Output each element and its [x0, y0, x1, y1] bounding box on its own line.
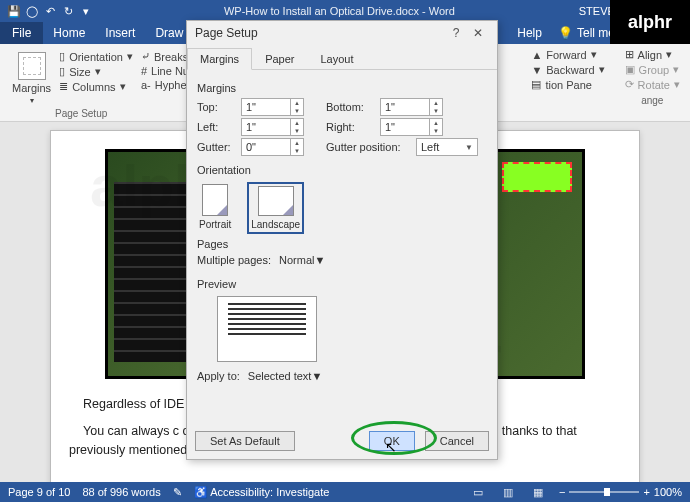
status-accessibility[interactable]: ♿ Accessibility: Investigate	[194, 486, 330, 499]
redo-icon[interactable]: ↻	[62, 5, 74, 17]
group-label-page-setup: Page Setup	[55, 108, 107, 119]
section-margins: Margins	[197, 82, 487, 94]
label-left: Left:	[197, 121, 237, 133]
title-bar: 💾 ◯ ↶ ↻ ▾ WP-How to Install an Optical D…	[0, 0, 690, 22]
send-backward-button[interactable]: ▼ Backward ▾	[531, 63, 604, 76]
columns-button[interactable]: ≣ Columns ▾	[59, 80, 133, 93]
dialog-close-icon[interactable]: ✕	[467, 26, 489, 40]
status-word-count[interactable]: 88 of 996 words	[82, 486, 160, 498]
selection-pane-button[interactable]: ▤ tion Pane	[531, 78, 604, 91]
select-apply-to[interactable]: Selected text▼	[248, 370, 344, 382]
set-as-default-button[interactable]: Set As Default	[195, 431, 295, 451]
group-label-arrange: ange	[625, 95, 680, 106]
preview-thumbnail	[217, 296, 317, 362]
label-apply-to: Apply to:	[197, 370, 240, 382]
orientation-button[interactable]: ▯ Orientation ▾	[59, 50, 133, 63]
tab-home[interactable]: Home	[43, 22, 95, 44]
view-read-icon[interactable]: ▭	[469, 486, 487, 499]
view-web-icon[interactable]: ▦	[529, 486, 547, 499]
input-left[interactable]: 1"▲▼	[241, 118, 304, 136]
tab-file[interactable]: File	[0, 22, 43, 44]
margins-button[interactable]: Margins ▾	[8, 48, 55, 109]
dialog-tab-layout[interactable]: Layout	[307, 48, 366, 70]
tab-insert[interactable]: Insert	[95, 22, 145, 44]
zoom-out-icon[interactable]: −	[559, 486, 565, 498]
zoom-value[interactable]: 100%	[654, 486, 682, 498]
zoom-slider[interactable]	[569, 491, 639, 493]
bring-forward-button[interactable]: ▲ Forward ▾	[531, 48, 604, 61]
status-spellcheck-icon[interactable]: ✎	[173, 486, 182, 499]
align-button[interactable]: ⊞ Align ▾	[625, 48, 680, 61]
margins-icon	[18, 52, 46, 80]
group-button[interactable]: ▣ Group ▾	[625, 63, 680, 76]
size-button[interactable]: ▯ Size ▾	[59, 65, 133, 78]
select-multiple-pages[interactable]: Normal▼	[279, 254, 379, 266]
input-gutter[interactable]: 0"▲▼	[241, 138, 304, 156]
label-top: Top:	[197, 101, 237, 113]
save-icon[interactable]: 💾	[8, 5, 20, 17]
document-title: WP-How to Install an Optical Drive.docx …	[100, 5, 579, 17]
label-bottom: Bottom:	[326, 101, 376, 113]
input-top[interactable]: 1"▲▼	[241, 98, 304, 116]
tab-help[interactable]: Help	[509, 26, 550, 40]
select-gutter-position[interactable]: Left▼	[416, 138, 478, 156]
cancel-button[interactable]: Cancel	[425, 431, 489, 451]
dialog-tab-margins[interactable]: Margins	[187, 48, 252, 70]
qat-dropdown-icon[interactable]: ▾	[80, 5, 92, 17]
section-orientation: Orientation	[197, 164, 487, 176]
label-multiple-pages: Multiple pages:	[197, 254, 271, 266]
orientation-landscape[interactable]: Landscape	[247, 182, 304, 234]
dialog-title: Page Setup	[195, 26, 258, 40]
autosave-toggle[interactable]: ◯	[26, 5, 38, 17]
zoom-in-icon[interactable]: +	[643, 486, 649, 498]
view-print-icon[interactable]: ▥	[499, 486, 517, 499]
brand-badge: alphr	[610, 0, 690, 44]
orientation-portrait[interactable]: Portrait	[197, 182, 233, 234]
page-setup-dialog: Page Setup ? ✕ Margins Paper Layout Marg…	[186, 20, 498, 460]
rotate-button[interactable]: ⟳ Rotate ▾	[625, 78, 680, 91]
dialog-tab-paper[interactable]: Paper	[252, 48, 307, 70]
section-preview: Preview	[197, 278, 487, 290]
undo-icon[interactable]: ↶	[44, 5, 56, 17]
dialog-help-icon[interactable]: ?	[445, 26, 467, 40]
label-gutter-position: Gutter position:	[326, 141, 412, 153]
label-right: Right:	[326, 121, 376, 133]
status-bar: Page 9 of 10 88 of 996 words ✎ ♿ Accessi…	[0, 482, 690, 502]
status-page[interactable]: Page 9 of 10	[8, 486, 70, 498]
section-pages: Pages	[197, 238, 487, 250]
input-right[interactable]: 1"▲▼	[380, 118, 443, 136]
input-bottom[interactable]: 1"▲▼	[380, 98, 443, 116]
ok-button[interactable]: OK	[369, 431, 415, 451]
label-gutter: Gutter:	[197, 141, 237, 153]
